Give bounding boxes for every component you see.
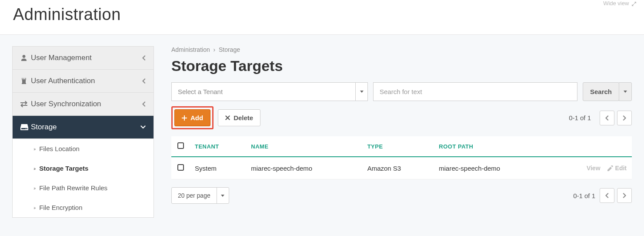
- subitem-files-location[interactable]: ›› Files Location: [13, 139, 153, 158]
- chevron-right-icon: [623, 115, 626, 121]
- subitem-file-path-rewrite-rules[interactable]: ›› File Path Rewrite Rules: [13, 178, 153, 198]
- add-button-label: Add: [190, 114, 203, 121]
- subitem-label: File Path Rewrite Rules: [39, 184, 107, 192]
- plus-icon: [182, 115, 187, 121]
- sidebar-item-label: Storage: [31, 123, 140, 131]
- double-chevron-icon: ››: [33, 166, 35, 171]
- search-button-label: Search: [590, 88, 612, 95]
- search-dropdown-button[interactable]: [619, 82, 632, 101]
- chevron-left-icon: [142, 101, 146, 107]
- sidebar-item-label: User Management: [31, 54, 142, 62]
- chevron-left-icon: [142, 55, 146, 61]
- per-page-select[interactable]: 20 per page: [171, 187, 229, 204]
- subitem-label: Files Location: [39, 145, 80, 152]
- cell-name: miarec-speech-demo: [246, 157, 362, 179]
- delete-button-label: Delete: [234, 114, 253, 121]
- view-link[interactable]: View: [587, 165, 601, 172]
- main-content: Administration › Storage Storage Targets…: [171, 46, 632, 204]
- page-info-top: 0-1 of 1: [569, 114, 591, 121]
- col-root[interactable]: ROOT PATH: [434, 136, 550, 157]
- cell-tenant: System: [190, 157, 246, 179]
- breadcrumb: Administration › Storage: [171, 46, 632, 53]
- col-tenant[interactable]: TENANT: [190, 136, 246, 157]
- edit-icon: [607, 165, 613, 171]
- next-page-button-bottom[interactable]: [617, 188, 632, 203]
- per-page-toggle[interactable]: [217, 188, 229, 203]
- breadcrumb-storage: Storage: [219, 46, 240, 53]
- sidebar-item-user-management[interactable]: User Management: [13, 47, 153, 70]
- caret-down-icon: [221, 195, 224, 197]
- sidebar-item-user-authentication[interactable]: User Authentication: [13, 70, 153, 93]
- close-icon: [225, 115, 230, 120]
- hdd-icon: [20, 124, 31, 130]
- double-chevron-icon: ››: [33, 146, 35, 152]
- double-chevron-icon: ››: [33, 205, 35, 210]
- caret-down-icon: [624, 91, 627, 93]
- svg-rect-1: [182, 118, 187, 118]
- sidebar-subitems: ›› Files Location ›› Storage Targets ›› …: [13, 139, 153, 217]
- search-input[interactable]: [373, 82, 577, 101]
- tenant-select[interactable]: Select a Tenant: [171, 82, 368, 101]
- table-row[interactable]: System miarec-speech-demo Amazon S3 miar…: [171, 157, 632, 179]
- wide-view-toggle[interactable]: Wide view: [603, 0, 636, 7]
- prev-page-button-bottom[interactable]: [600, 188, 614, 203]
- expand-icon: [632, 2, 636, 6]
- select-all-checkbox[interactable]: [177, 142, 184, 149]
- chevron-right-icon: [623, 193, 626, 198]
- chevron-left-icon: [605, 115, 609, 121]
- subitem-label: File Encryption: [39, 204, 82, 211]
- add-button-highlight: Add: [171, 106, 214, 129]
- chevron-left-icon: [605, 193, 609, 198]
- tower-icon: [20, 78, 31, 84]
- page-title: Administration: [13, 5, 631, 24]
- tenant-select-value: Select a Tenant: [172, 83, 355, 101]
- subitem-file-encryption[interactable]: ›› File Encryption: [13, 198, 153, 217]
- row-checkbox[interactable]: [177, 164, 184, 171]
- sidebar-item-label: User Authentication: [31, 77, 142, 85]
- sidebar-item-label: User Synchronization: [31, 100, 142, 108]
- cell-type: Amazon S3: [362, 157, 434, 179]
- prev-page-button[interactable]: [600, 111, 614, 125]
- add-button[interactable]: Add: [174, 109, 210, 126]
- storage-targets-table: TENANT NAME TYPE ROOT PATH System miarec…: [171, 136, 632, 179]
- page-info-bottom: 0-1 of 1: [573, 192, 595, 199]
- wide-view-label: Wide view: [603, 0, 629, 7]
- caret-down-icon: [360, 91, 364, 93]
- subitem-storage-targets[interactable]: ›› Storage Targets: [13, 158, 153, 178]
- per-page-value: 20 per page: [172, 188, 217, 203]
- cell-root: miarec-speech-demo: [434, 157, 550, 179]
- user-icon: [20, 54, 31, 61]
- sidebar: User Management User Authentication User…: [12, 46, 154, 218]
- edit-link[interactable]: Edit: [607, 165, 627, 172]
- search-button[interactable]: Search: [583, 82, 619, 101]
- main-title: Storage Targets: [171, 57, 632, 74]
- subitem-label: Storage Targets: [39, 165, 88, 172]
- col-type[interactable]: TYPE: [362, 136, 434, 157]
- sidebar-item-user-synchronization[interactable]: User Synchronization: [13, 93, 153, 116]
- sidebar-item-storage[interactable]: Storage: [13, 116, 153, 139]
- next-page-button[interactable]: [617, 111, 632, 125]
- col-name[interactable]: NAME: [246, 136, 362, 157]
- breadcrumb-admin[interactable]: Administration: [171, 46, 210, 53]
- chevron-down-icon: [140, 125, 146, 129]
- sync-icon: [20, 101, 31, 108]
- delete-button[interactable]: Delete: [218, 109, 260, 126]
- tenant-select-toggle[interactable]: [355, 83, 367, 101]
- double-chevron-icon: ››: [33, 185, 35, 191]
- chevron-left-icon: [142, 78, 146, 84]
